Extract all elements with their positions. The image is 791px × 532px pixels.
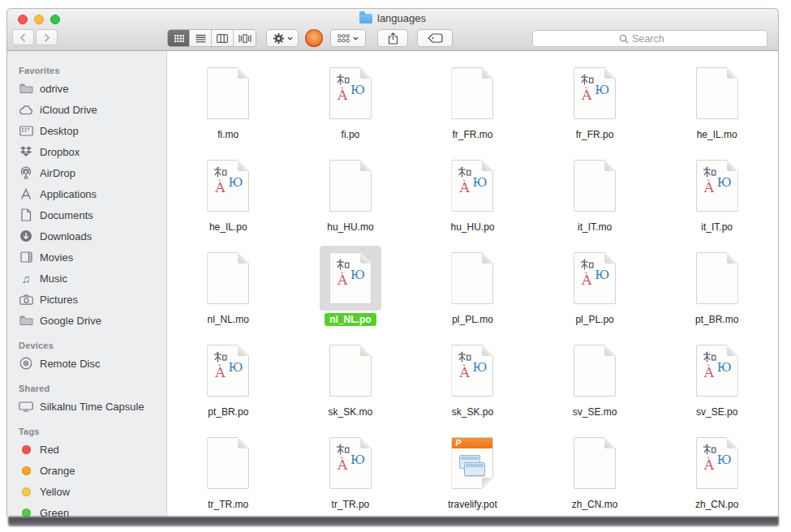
sidebar-item-applications[interactable]: Applications	[7, 183, 166, 204]
action-menu-button[interactable]	[266, 29, 299, 47]
poedit-app-button[interactable]	[304, 28, 324, 48]
share-icon	[388, 32, 398, 45]
file-name-label: zh_CN.mo	[567, 498, 623, 511]
file-hu_HU.mo[interactable]: hu_HU.mo	[290, 152, 412, 244]
sidebar-item-documents[interactable]: Documents	[7, 204, 166, 225]
latin-glyph: À	[582, 273, 591, 287]
sidebar-item-remote-disc[interactable]: Remote Disc	[7, 353, 166, 374]
file-pt_BR.mo[interactable]: pt_BR.mo	[656, 244, 778, 337]
file-sk_SK.po[interactable]: ÀЮ sk_SK.po	[411, 337, 534, 429]
translation-document-icon: ÀЮ	[207, 345, 249, 397]
sidebar-item-dropbox[interactable]: Dropbox	[7, 141, 166, 162]
file-nl_NL.po[interactable]: ÀЮ nl_NL.po	[290, 244, 412, 337]
file-name-label: travelify.pot	[443, 498, 501, 511]
sidebar-item-desktop[interactable]: Desktop	[7, 120, 166, 141]
cyrillic-glyph: Ю	[717, 454, 732, 466]
list-view-button[interactable]	[190, 30, 212, 46]
file-name-label: zh_CN.po	[690, 498, 743, 511]
list-view-icon	[196, 34, 206, 43]
yellow-tag-dot-icon	[19, 484, 33, 499]
sidebar-item-silkalnu-time-capsule[interactable]: Silkalnu Time Capsule	[7, 396, 166, 417]
search-input[interactable]	[632, 33, 681, 45]
blank-document-icon	[451, 67, 493, 119]
file-name-label: pt_BR.po	[203, 405, 253, 418]
cyrillic-glyph: Ю	[595, 269, 609, 281]
sidebar-item-green[interactable]: Green	[7, 502, 166, 517]
file-sv_SE.mo[interactable]: sv_SE.mo	[534, 337, 656, 429]
file-icon-area	[197, 431, 259, 496]
sidebar-item-yellow[interactable]: Yellow	[7, 481, 166, 502]
file-icon-area: ÀЮ	[320, 431, 381, 496]
blank-document-icon	[451, 252, 493, 304]
file-fr_FR.mo[interactable]: fr_FR.mo	[411, 59, 534, 152]
back-button[interactable]	[12, 29, 34, 45]
latin-glyph: À	[704, 181, 714, 195]
file-zh_CN.mo[interactable]: zh_CN.mo	[534, 429, 656, 517]
window-title: languages	[377, 12, 426, 24]
latin-glyph: À	[459, 181, 469, 195]
file-icon-area: ÀЮ	[320, 61, 381, 126]
file-icon-area	[564, 431, 625, 496]
file-it_IT.po[interactable]: ÀЮ it_IT.po	[656, 152, 778, 244]
file-pl_PL.po[interactable]: ÀЮ pl_PL.po	[534, 244, 656, 337]
sidebar-item-google-drive[interactable]: Google Drive	[7, 310, 166, 331]
file-tr_TR.mo[interactable]: tr_TR.mo	[167, 429, 290, 517]
sidebar-item-movies[interactable]: Movies	[7, 247, 166, 268]
sidebar-item-label: iCloud Drive	[40, 104, 97, 116]
sidebar-item-label: Google Drive	[40, 315, 101, 327]
search-field[interactable]	[532, 30, 767, 47]
icon-view-button[interactable]	[168, 30, 190, 46]
file-it_IT.mo[interactable]: it_IT.mo	[534, 152, 656, 244]
blank-document-icon	[574, 437, 616, 489]
file-fi.po[interactable]: ÀЮ fi.po	[290, 59, 412, 152]
file-hu_HU.po[interactable]: ÀЮ hu_HU.po	[411, 152, 534, 244]
file-sk_SK.mo[interactable]: sk_SK.mo	[290, 337, 412, 429]
file-sv_SE.po[interactable]: ÀЮ sv_SE.po	[656, 337, 778, 429]
file-tr_TR.po[interactable]: ÀЮ tr_TR.po	[290, 429, 412, 517]
file-name-label: nl_NL.po	[325, 313, 376, 326]
file-icon-area: ÀЮ	[197, 153, 259, 218]
file-fr_FR.po[interactable]: ÀЮ fr_FR.po	[534, 59, 656, 152]
column-view-button[interactable]	[212, 30, 234, 46]
forward-button[interactable]	[36, 29, 58, 45]
coverflow-view-button[interactable]	[234, 30, 256, 46]
sidebar-section-header: Shared	[7, 380, 166, 396]
file-travelify.pot[interactable]: P travelify.pot	[411, 429, 534, 517]
file-pl_PL.mo[interactable]: pl_PL.mo	[411, 244, 534, 337]
file-icon-area	[320, 153, 381, 218]
translation-document-icon: ÀЮ	[329, 437, 372, 489]
sidebar-item-red[interactable]: Red	[7, 439, 166, 460]
latin-glyph: À	[215, 366, 225, 380]
file-nl_NL.mo[interactable]: nl_NL.mo	[167, 244, 290, 337]
sidebar-item-downloads[interactable]: Downloads	[7, 225, 166, 247]
coverflow-view-icon	[239, 34, 251, 43]
sidebar-item-airdrop[interactable]: AirDrop	[7, 162, 166, 183]
sidebar-item-music[interactable]: ♫ Music	[7, 268, 166, 289]
file-icon-area: P	[441, 431, 503, 496]
cjk-glyph	[213, 351, 227, 363]
file-pt_BR.po[interactable]: ÀЮ pt_BR.po	[167, 337, 290, 429]
sidebar-item-pictures[interactable]: Pictures	[7, 289, 166, 310]
cyrillic-glyph: Ю	[228, 362, 243, 374]
cjk-glyph	[580, 74, 594, 86]
arrange-menu-button[interactable]	[330, 29, 366, 47]
file-icon-area: ÀЮ	[564, 246, 625, 311]
translation-document-icon: ÀЮ	[696, 437, 738, 489]
window-bottom-shadow	[8, 517, 779, 526]
sidebar-item-label: Applications	[40, 188, 97, 200]
blank-document-icon	[329, 160, 372, 212]
share-button[interactable]	[377, 29, 408, 47]
translation-document-icon: ÀЮ	[451, 345, 493, 397]
sidebar-item-odrive[interactable]: odrive	[7, 78, 166, 99]
cyrillic-glyph: Ю	[350, 84, 365, 97]
file-zh_CN.po[interactable]: ÀЮ zh_CN.po	[656, 429, 778, 517]
sidebar-item-orange[interactable]: Orange	[7, 460, 166, 481]
red-tag-dot-icon	[19, 442, 33, 457]
file-he_IL.mo[interactable]: he_IL.mo	[656, 59, 778, 152]
file-he_IL.po[interactable]: ÀЮ he_IL.po	[167, 152, 290, 244]
sidebar-item-icloud-drive[interactable]: iCloud Drive	[7, 99, 166, 120]
file-name-label: tr_TR.mo	[203, 498, 253, 511]
file-fi.mo[interactable]: fi.mo	[167, 59, 290, 152]
tags-button[interactable]	[417, 29, 453, 47]
file-icon-area	[564, 338, 625, 403]
